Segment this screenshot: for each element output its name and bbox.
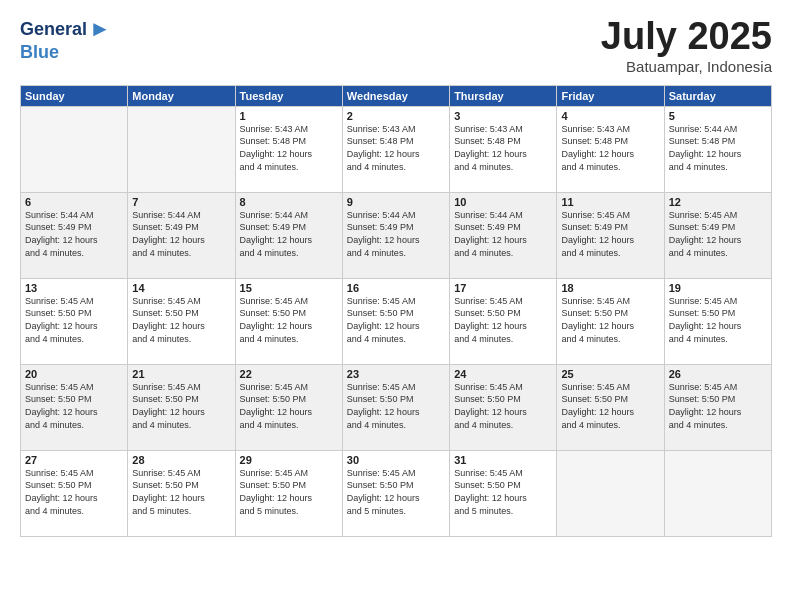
day-number: 4 <box>561 110 659 122</box>
table-row: 24Sunrise: 5:45 AM Sunset: 5:50 PM Dayli… <box>450 364 557 450</box>
day-info: Sunrise: 5:45 AM Sunset: 5:50 PM Dayligh… <box>240 295 338 345</box>
table-row <box>557 450 664 536</box>
table-row: 30Sunrise: 5:45 AM Sunset: 5:50 PM Dayli… <box>342 450 449 536</box>
day-info: Sunrise: 5:45 AM Sunset: 5:50 PM Dayligh… <box>132 295 230 345</box>
day-number: 12 <box>669 196 767 208</box>
table-row: 26Sunrise: 5:45 AM Sunset: 5:50 PM Dayli… <box>664 364 771 450</box>
table-row: 25Sunrise: 5:45 AM Sunset: 5:50 PM Dayli… <box>557 364 664 450</box>
table-row: 14Sunrise: 5:45 AM Sunset: 5:50 PM Dayli… <box>128 278 235 364</box>
day-info: Sunrise: 5:43 AM Sunset: 5:48 PM Dayligh… <box>240 123 338 173</box>
calendar-week-row: 20Sunrise: 5:45 AM Sunset: 5:50 PM Dayli… <box>21 364 772 450</box>
table-row: 3Sunrise: 5:43 AM Sunset: 5:48 PM Daylig… <box>450 106 557 192</box>
day-info: Sunrise: 5:45 AM Sunset: 5:50 PM Dayligh… <box>347 467 445 517</box>
day-number: 5 <box>669 110 767 122</box>
day-info: Sunrise: 5:44 AM Sunset: 5:49 PM Dayligh… <box>25 209 123 259</box>
day-info: Sunrise: 5:45 AM Sunset: 5:50 PM Dayligh… <box>347 295 445 345</box>
title-block: July 2025 Batuampar, Indonesia <box>601 16 772 75</box>
day-info: Sunrise: 5:44 AM Sunset: 5:48 PM Dayligh… <box>669 123 767 173</box>
day-info: Sunrise: 5:44 AM Sunset: 5:49 PM Dayligh… <box>347 209 445 259</box>
location-subtitle: Batuampar, Indonesia <box>601 58 772 75</box>
col-saturday: Saturday <box>664 85 771 106</box>
table-row: 8Sunrise: 5:44 AM Sunset: 5:49 PM Daylig… <box>235 192 342 278</box>
table-row <box>21 106 128 192</box>
table-row: 31Sunrise: 5:45 AM Sunset: 5:50 PM Dayli… <box>450 450 557 536</box>
col-thursday: Thursday <box>450 85 557 106</box>
table-row: 1Sunrise: 5:43 AM Sunset: 5:48 PM Daylig… <box>235 106 342 192</box>
day-info: Sunrise: 5:45 AM Sunset: 5:50 PM Dayligh… <box>347 381 445 431</box>
day-number: 3 <box>454 110 552 122</box>
table-row <box>664 450 771 536</box>
day-number: 15 <box>240 282 338 294</box>
day-number: 25 <box>561 368 659 380</box>
table-row: 13Sunrise: 5:45 AM Sunset: 5:50 PM Dayli… <box>21 278 128 364</box>
day-info: Sunrise: 5:45 AM Sunset: 5:49 PM Dayligh… <box>669 209 767 259</box>
logo-general: General <box>20 19 87 40</box>
day-info: Sunrise: 5:45 AM Sunset: 5:49 PM Dayligh… <box>561 209 659 259</box>
logo: General ► Blue <box>20 16 111 63</box>
day-info: Sunrise: 5:44 AM Sunset: 5:49 PM Dayligh… <box>454 209 552 259</box>
calendar-week-row: 6Sunrise: 5:44 AM Sunset: 5:49 PM Daylig… <box>21 192 772 278</box>
table-row: 2Sunrise: 5:43 AM Sunset: 5:48 PM Daylig… <box>342 106 449 192</box>
day-info: Sunrise: 5:44 AM Sunset: 5:49 PM Dayligh… <box>240 209 338 259</box>
day-number: 22 <box>240 368 338 380</box>
day-number: 24 <box>454 368 552 380</box>
calendar-week-row: 27Sunrise: 5:45 AM Sunset: 5:50 PM Dayli… <box>21 450 772 536</box>
header: General ► Blue July 2025 Batuampar, Indo… <box>20 16 772 75</box>
day-info: Sunrise: 5:45 AM Sunset: 5:50 PM Dayligh… <box>132 381 230 431</box>
table-row: 29Sunrise: 5:45 AM Sunset: 5:50 PM Dayli… <box>235 450 342 536</box>
day-number: 10 <box>454 196 552 208</box>
month-title: July 2025 <box>601 16 772 58</box>
day-number: 20 <box>25 368 123 380</box>
day-info: Sunrise: 5:45 AM Sunset: 5:50 PM Dayligh… <box>561 381 659 431</box>
day-number: 28 <box>132 454 230 466</box>
table-row: 17Sunrise: 5:45 AM Sunset: 5:50 PM Dayli… <box>450 278 557 364</box>
day-info: Sunrise: 5:45 AM Sunset: 5:50 PM Dayligh… <box>669 295 767 345</box>
table-row: 4Sunrise: 5:43 AM Sunset: 5:48 PM Daylig… <box>557 106 664 192</box>
day-info: Sunrise: 5:45 AM Sunset: 5:50 PM Dayligh… <box>25 381 123 431</box>
page: General ► Blue July 2025 Batuampar, Indo… <box>0 0 792 612</box>
day-info: Sunrise: 5:45 AM Sunset: 5:50 PM Dayligh… <box>561 295 659 345</box>
day-info: Sunrise: 5:45 AM Sunset: 5:50 PM Dayligh… <box>669 381 767 431</box>
day-number: 23 <box>347 368 445 380</box>
day-number: 21 <box>132 368 230 380</box>
table-row: 27Sunrise: 5:45 AM Sunset: 5:50 PM Dayli… <box>21 450 128 536</box>
table-row: 28Sunrise: 5:45 AM Sunset: 5:50 PM Dayli… <box>128 450 235 536</box>
day-number: 26 <box>669 368 767 380</box>
day-number: 18 <box>561 282 659 294</box>
day-info: Sunrise: 5:43 AM Sunset: 5:48 PM Dayligh… <box>347 123 445 173</box>
table-row <box>128 106 235 192</box>
day-info: Sunrise: 5:45 AM Sunset: 5:50 PM Dayligh… <box>25 295 123 345</box>
table-row: 20Sunrise: 5:45 AM Sunset: 5:50 PM Dayli… <box>21 364 128 450</box>
day-number: 16 <box>347 282 445 294</box>
table-row: 21Sunrise: 5:45 AM Sunset: 5:50 PM Dayli… <box>128 364 235 450</box>
day-info: Sunrise: 5:45 AM Sunset: 5:50 PM Dayligh… <box>240 467 338 517</box>
col-sunday: Sunday <box>21 85 128 106</box>
day-number: 2 <box>347 110 445 122</box>
logo-arrow-icon: ► <box>89 16 111 42</box>
table-row: 19Sunrise: 5:45 AM Sunset: 5:50 PM Dayli… <box>664 278 771 364</box>
table-row: 22Sunrise: 5:45 AM Sunset: 5:50 PM Dayli… <box>235 364 342 450</box>
calendar-table: Sunday Monday Tuesday Wednesday Thursday… <box>20 85 772 537</box>
calendar-week-row: 1Sunrise: 5:43 AM Sunset: 5:48 PM Daylig… <box>21 106 772 192</box>
table-row: 9Sunrise: 5:44 AM Sunset: 5:49 PM Daylig… <box>342 192 449 278</box>
day-info: Sunrise: 5:45 AM Sunset: 5:50 PM Dayligh… <box>132 467 230 517</box>
day-number: 7 <box>132 196 230 208</box>
col-wednesday: Wednesday <box>342 85 449 106</box>
day-info: Sunrise: 5:45 AM Sunset: 5:50 PM Dayligh… <box>240 381 338 431</box>
day-number: 30 <box>347 454 445 466</box>
calendar-header-row: Sunday Monday Tuesday Wednesday Thursday… <box>21 85 772 106</box>
table-row: 16Sunrise: 5:45 AM Sunset: 5:50 PM Dayli… <box>342 278 449 364</box>
table-row: 7Sunrise: 5:44 AM Sunset: 5:49 PM Daylig… <box>128 192 235 278</box>
day-info: Sunrise: 5:43 AM Sunset: 5:48 PM Dayligh… <box>454 123 552 173</box>
day-number: 11 <box>561 196 659 208</box>
table-row: 18Sunrise: 5:45 AM Sunset: 5:50 PM Dayli… <box>557 278 664 364</box>
table-row: 10Sunrise: 5:44 AM Sunset: 5:49 PM Dayli… <box>450 192 557 278</box>
day-number: 8 <box>240 196 338 208</box>
logo-blue: Blue <box>20 42 59 63</box>
col-monday: Monday <box>128 85 235 106</box>
day-info: Sunrise: 5:45 AM Sunset: 5:50 PM Dayligh… <box>454 295 552 345</box>
day-number: 17 <box>454 282 552 294</box>
day-number: 13 <box>25 282 123 294</box>
col-tuesday: Tuesday <box>235 85 342 106</box>
day-number: 31 <box>454 454 552 466</box>
